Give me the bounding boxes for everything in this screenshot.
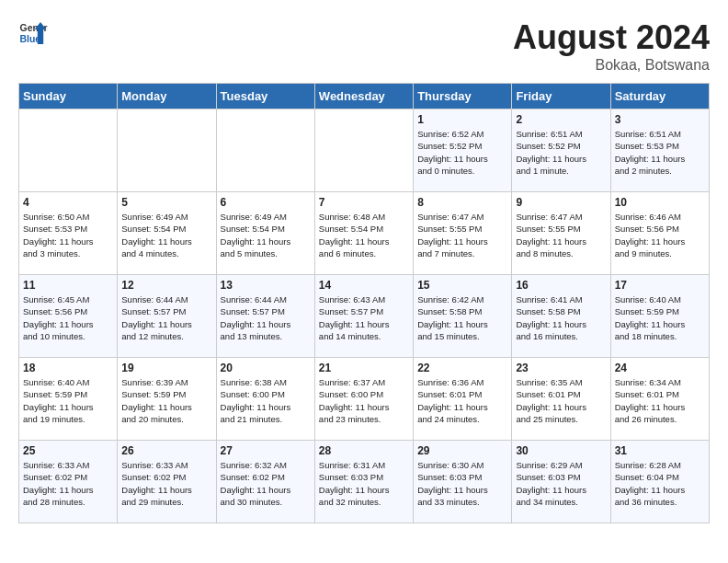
day-number: 19 xyxy=(121,362,211,374)
day-detail: Sunrise: 6:37 AM Sunset: 6:00 PM Dayligh… xyxy=(319,376,409,425)
col-header-thursday: Thursday xyxy=(414,84,512,109)
title-block: August 2024 Bokaa, Botswana xyxy=(513,18,710,74)
day-detail: Sunrise: 6:29 AM Sunset: 6:03 PM Dayligh… xyxy=(516,459,606,508)
day-number: 6 xyxy=(221,196,311,209)
day-number: 24 xyxy=(615,362,705,374)
day-detail: Sunrise: 6:49 AM Sunset: 5:54 PM Dayligh… xyxy=(221,211,311,259)
calendar-cell: 22Sunrise: 6:36 AM Sunset: 6:01 PM Dayli… xyxy=(414,358,512,441)
day-number: 20 xyxy=(221,362,311,374)
calendar-cell xyxy=(19,109,118,192)
col-header-sunday: Sunday xyxy=(19,84,118,109)
day-detail: Sunrise: 6:47 AM Sunset: 5:55 PM Dayligh… xyxy=(516,211,606,259)
day-number: 25 xyxy=(23,444,113,457)
day-number: 3 xyxy=(615,113,705,126)
calendar-cell: 29Sunrise: 6:30 AM Sunset: 6:03 PM Dayli… xyxy=(414,441,512,523)
day-detail: Sunrise: 6:51 AM Sunset: 5:53 PM Dayligh… xyxy=(615,128,705,177)
page-header: General Blue August 2024 Bokaa, Botswana xyxy=(18,18,710,74)
day-number: 17 xyxy=(615,279,705,292)
day-detail: Sunrise: 6:49 AM Sunset: 5:54 PM Dayligh… xyxy=(121,211,211,259)
calendar-cell: 7Sunrise: 6:48 AM Sunset: 5:54 PM Daylig… xyxy=(314,192,413,275)
day-detail: Sunrise: 6:33 AM Sunset: 6:02 PM Dayligh… xyxy=(23,459,113,508)
day-number: 9 xyxy=(516,196,606,209)
day-number: 31 xyxy=(615,444,705,457)
col-header-wednesday: Wednesday xyxy=(314,84,413,109)
day-number: 26 xyxy=(121,444,211,457)
calendar-cell xyxy=(216,109,314,192)
calendar-cell: 26Sunrise: 6:33 AM Sunset: 6:02 PM Dayli… xyxy=(118,441,216,523)
calendar-cell: 3Sunrise: 6:51 AM Sunset: 5:53 PM Daylig… xyxy=(610,109,709,192)
calendar-cell: 21Sunrise: 6:37 AM Sunset: 6:00 PM Dayli… xyxy=(314,358,413,441)
day-detail: Sunrise: 6:30 AM Sunset: 6:03 PM Dayligh… xyxy=(417,459,507,508)
day-detail: Sunrise: 6:44 AM Sunset: 5:57 PM Dayligh… xyxy=(221,293,311,342)
day-detail: Sunrise: 6:38 AM Sunset: 6:00 PM Dayligh… xyxy=(221,376,311,425)
day-detail: Sunrise: 6:35 AM Sunset: 6:01 PM Dayligh… xyxy=(516,376,606,425)
day-number: 7 xyxy=(319,196,409,209)
logo-icon: General Blue xyxy=(18,18,48,48)
calendar-table: SundayMondayTuesdayWednesdayThursdayFrid… xyxy=(18,83,710,523)
day-number: 16 xyxy=(516,279,606,292)
calendar-cell: 30Sunrise: 6:29 AM Sunset: 6:03 PM Dayli… xyxy=(512,441,610,523)
logo: General Blue xyxy=(18,18,48,48)
day-detail: Sunrise: 6:42 AM Sunset: 5:58 PM Dayligh… xyxy=(417,293,507,342)
calendar-cell: 11Sunrise: 6:45 AM Sunset: 5:56 PM Dayli… xyxy=(19,275,118,358)
day-number: 14 xyxy=(319,279,409,292)
day-detail: Sunrise: 6:48 AM Sunset: 5:54 PM Dayligh… xyxy=(319,211,409,259)
calendar-cell: 31Sunrise: 6:28 AM Sunset: 6:04 PM Dayli… xyxy=(610,441,709,523)
day-number: 10 xyxy=(615,196,705,209)
day-number: 29 xyxy=(417,444,507,457)
calendar-cell: 13Sunrise: 6:44 AM Sunset: 5:57 PM Dayli… xyxy=(216,275,314,358)
calendar-cell: 24Sunrise: 6:34 AM Sunset: 6:01 PM Dayli… xyxy=(610,358,709,441)
calendar-cell: 27Sunrise: 6:32 AM Sunset: 6:02 PM Dayli… xyxy=(216,441,314,523)
calendar-cell: 19Sunrise: 6:39 AM Sunset: 5:59 PM Dayli… xyxy=(118,358,216,441)
day-detail: Sunrise: 6:40 AM Sunset: 5:59 PM Dayligh… xyxy=(23,376,113,425)
day-number: 2 xyxy=(516,113,606,126)
day-number: 30 xyxy=(516,444,606,457)
day-number: 28 xyxy=(319,444,409,457)
day-number: 5 xyxy=(121,196,211,209)
calendar-cell: 10Sunrise: 6:46 AM Sunset: 5:56 PM Dayli… xyxy=(610,192,709,275)
day-number: 15 xyxy=(417,279,507,292)
calendar-cell: 16Sunrise: 6:41 AM Sunset: 5:58 PM Dayli… xyxy=(512,275,610,358)
calendar-cell: 8Sunrise: 6:47 AM Sunset: 5:55 PM Daylig… xyxy=(414,192,512,275)
day-number: 12 xyxy=(121,279,211,292)
day-number: 22 xyxy=(417,362,507,374)
day-detail: Sunrise: 6:50 AM Sunset: 5:53 PM Dayligh… xyxy=(23,211,113,259)
location-subtitle: Bokaa, Botswana xyxy=(513,57,710,74)
calendar-cell: 25Sunrise: 6:33 AM Sunset: 6:02 PM Dayli… xyxy=(19,441,118,523)
calendar-cell: 20Sunrise: 6:38 AM Sunset: 6:00 PM Dayli… xyxy=(216,358,314,441)
day-number: 23 xyxy=(516,362,606,374)
col-header-tuesday: Tuesday xyxy=(216,84,314,109)
day-number: 27 xyxy=(221,444,311,457)
day-number: 18 xyxy=(23,362,113,374)
col-header-monday: Monday xyxy=(118,84,216,109)
day-number: 21 xyxy=(319,362,409,374)
day-detail: Sunrise: 6:39 AM Sunset: 5:59 PM Dayligh… xyxy=(121,376,211,425)
day-detail: Sunrise: 6:51 AM Sunset: 5:52 PM Dayligh… xyxy=(516,128,606,177)
day-number: 11 xyxy=(23,279,113,292)
calendar-cell: 1Sunrise: 6:52 AM Sunset: 5:52 PM Daylig… xyxy=(414,109,512,192)
day-detail: Sunrise: 6:46 AM Sunset: 5:56 PM Dayligh… xyxy=(615,211,705,259)
calendar-cell: 15Sunrise: 6:42 AM Sunset: 5:58 PM Dayli… xyxy=(414,275,512,358)
day-detail: Sunrise: 6:45 AM Sunset: 5:56 PM Dayligh… xyxy=(23,293,113,342)
day-detail: Sunrise: 6:41 AM Sunset: 5:58 PM Dayligh… xyxy=(516,293,606,342)
calendar-cell: 17Sunrise: 6:40 AM Sunset: 5:59 PM Dayli… xyxy=(610,275,709,358)
calendar-cell: 18Sunrise: 6:40 AM Sunset: 5:59 PM Dayli… xyxy=(19,358,118,441)
calendar-cell xyxy=(118,109,216,192)
day-detail: Sunrise: 6:28 AM Sunset: 6:04 PM Dayligh… xyxy=(615,459,705,508)
day-detail: Sunrise: 6:43 AM Sunset: 5:57 PM Dayligh… xyxy=(319,293,409,342)
day-detail: Sunrise: 6:44 AM Sunset: 5:57 PM Dayligh… xyxy=(121,293,211,342)
calendar-cell: 5Sunrise: 6:49 AM Sunset: 5:54 PM Daylig… xyxy=(118,192,216,275)
day-number: 1 xyxy=(417,113,507,126)
calendar-cell: 14Sunrise: 6:43 AM Sunset: 5:57 PM Dayli… xyxy=(314,275,413,358)
col-header-friday: Friday xyxy=(512,84,610,109)
day-detail: Sunrise: 6:36 AM Sunset: 6:01 PM Dayligh… xyxy=(417,376,507,425)
col-header-saturday: Saturday xyxy=(610,84,709,109)
day-detail: Sunrise: 6:33 AM Sunset: 6:02 PM Dayligh… xyxy=(121,459,211,508)
calendar-cell: 9Sunrise: 6:47 AM Sunset: 5:55 PM Daylig… xyxy=(512,192,610,275)
day-detail: Sunrise: 6:31 AM Sunset: 6:03 PM Dayligh… xyxy=(319,459,409,508)
day-detail: Sunrise: 6:32 AM Sunset: 6:02 PM Dayligh… xyxy=(221,459,311,508)
calendar-cell: 28Sunrise: 6:31 AM Sunset: 6:03 PM Dayli… xyxy=(314,441,413,523)
day-number: 8 xyxy=(417,196,507,209)
day-number: 13 xyxy=(221,279,311,292)
calendar-cell: 23Sunrise: 6:35 AM Sunset: 6:01 PM Dayli… xyxy=(512,358,610,441)
